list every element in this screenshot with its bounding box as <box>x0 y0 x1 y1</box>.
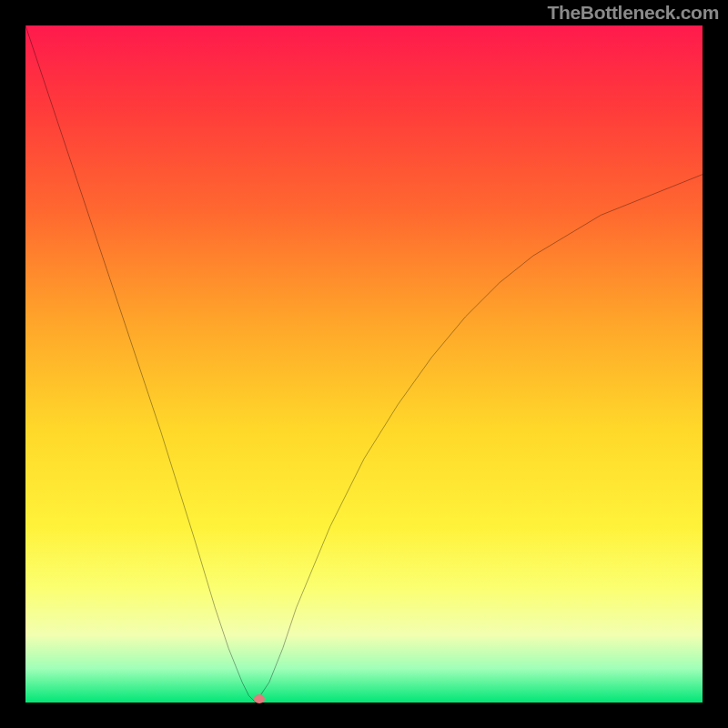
chart-frame: TheBottleneck.com <box>0 0 728 728</box>
selected-point-marker <box>254 694 265 703</box>
plot-area <box>25 25 703 703</box>
watermark-text: TheBottleneck.com <box>547 2 719 24</box>
bottleneck-curve <box>25 25 703 703</box>
